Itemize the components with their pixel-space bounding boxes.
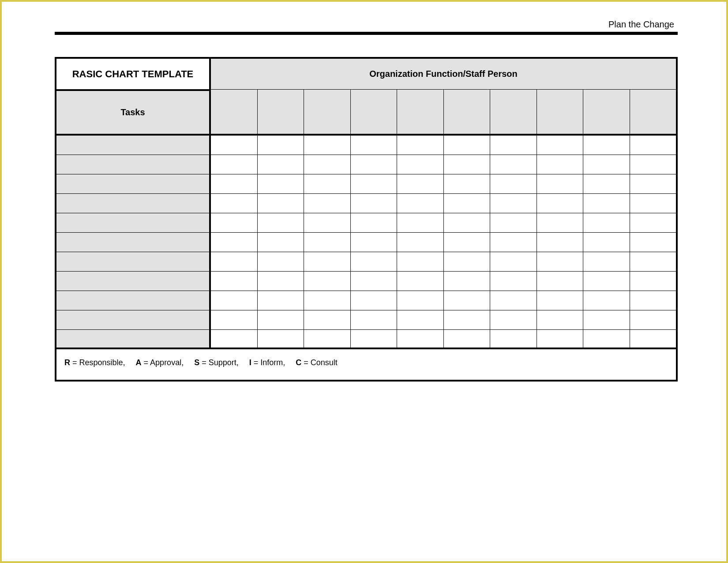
data-cell [304, 272, 351, 291]
data-cell [490, 174, 537, 194]
organization-header: Organization Function/Staff Person [211, 57, 676, 89]
data-cell [397, 291, 444, 310]
data-cell [583, 174, 630, 194]
task-cell [56, 233, 211, 252]
table-row [56, 330, 676, 349]
data-cell [258, 291, 304, 310]
data-cell [258, 330, 304, 349]
table-row [56, 155, 676, 174]
data-cells [211, 194, 676, 213]
data-cell [583, 194, 630, 213]
data-cell [630, 136, 676, 155]
data-cell [258, 136, 304, 155]
staff-col-head [583, 89, 630, 134]
data-cell [304, 155, 351, 174]
data-cell [537, 252, 584, 272]
table-row [56, 272, 676, 291]
data-cells [211, 136, 676, 155]
data-cell [490, 310, 537, 330]
header-rule [55, 32, 678, 35]
data-cell [583, 330, 630, 349]
page-label: Plan the Change [55, 19, 678, 30]
data-cell [304, 310, 351, 330]
top-header-row: RASIC CHART TEMPLATE Organization Functi… [56, 57, 676, 89]
data-cell [490, 233, 537, 252]
sub-header-row: Tasks [56, 89, 676, 136]
data-cells [211, 174, 676, 194]
data-cell [351, 213, 398, 233]
data-cell [397, 272, 444, 291]
table-row [56, 291, 676, 310]
data-cells [211, 272, 676, 291]
staff-col-head [444, 89, 491, 134]
data-cell [630, 291, 676, 310]
staff-col-head [258, 89, 304, 134]
data-cell [397, 194, 444, 213]
staff-col-head [537, 89, 584, 134]
data-cell [537, 310, 584, 330]
data-cell [630, 272, 676, 291]
task-cell [56, 291, 211, 310]
data-cell [490, 291, 537, 310]
data-cell [211, 194, 258, 213]
task-cell [56, 136, 211, 155]
data-cell [211, 291, 258, 310]
table-row [56, 136, 676, 155]
data-cell [211, 155, 258, 174]
legend-item-a: A = Approval, [136, 358, 184, 367]
data-cell [211, 213, 258, 233]
data-cell [583, 213, 630, 233]
task-cell [56, 252, 211, 272]
data-cell [630, 194, 676, 213]
data-cells [211, 291, 676, 310]
tasks-column-header: Tasks [56, 89, 211, 136]
data-cell [258, 272, 304, 291]
table-row [56, 194, 676, 213]
legend-item-c: C = Consult [296, 358, 338, 367]
staff-col-head [630, 89, 676, 134]
data-cell [490, 252, 537, 272]
staff-col-head [490, 89, 537, 134]
task-cell [56, 330, 211, 349]
data-cell [630, 252, 676, 272]
data-cells [211, 310, 676, 330]
task-cell [56, 174, 211, 194]
data-cell [444, 291, 491, 310]
data-cell [258, 155, 304, 174]
data-cell [211, 330, 258, 349]
table-row [56, 310, 676, 330]
data-cell [444, 194, 491, 213]
task-cell [56, 155, 211, 174]
data-cell [537, 213, 584, 233]
task-cell [56, 272, 211, 291]
legend-item-s: S = Support, [194, 358, 239, 367]
data-cell [351, 136, 398, 155]
data-cell [537, 330, 584, 349]
data-cell [630, 213, 676, 233]
data-cell [397, 252, 444, 272]
data-cell [397, 155, 444, 174]
table-row [56, 233, 676, 252]
data-cell [258, 252, 304, 272]
data-cell [444, 213, 491, 233]
data-cell [397, 213, 444, 233]
table-row [56, 252, 676, 272]
data-cell [444, 233, 491, 252]
staff-columns-header [211, 89, 676, 136]
data-cell [444, 272, 491, 291]
data-cell [351, 252, 398, 272]
legend: R = Responsible, A = Approval, S = Suppo… [56, 349, 676, 380]
legend-item-i: I = Inform, [249, 358, 285, 367]
data-cell [397, 310, 444, 330]
data-cell [583, 155, 630, 174]
page-header: Plan the Change [55, 19, 678, 35]
data-cell [351, 310, 398, 330]
table-row [56, 213, 676, 233]
data-cell [537, 272, 584, 291]
data-cell [537, 155, 584, 174]
data-cell [211, 252, 258, 272]
data-cell [351, 233, 398, 252]
data-cell [630, 174, 676, 194]
data-cell [351, 174, 398, 194]
task-cell [56, 194, 211, 213]
